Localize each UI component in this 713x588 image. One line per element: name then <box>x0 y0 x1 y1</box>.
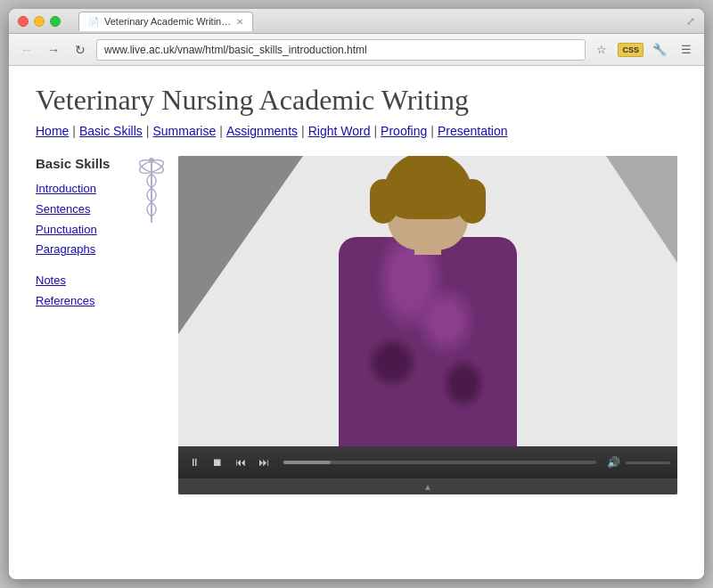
progress-fill <box>283 461 331 464</box>
address-bar[interactable]: www.live.ac.uk/vnaw/html/basic_skills_in… <box>96 39 586 61</box>
expand-bar[interactable]: ▲ <box>178 478 677 494</box>
nav-sep-2: | <box>146 124 150 138</box>
forward-icon: → <box>47 43 60 57</box>
nav-sep-6: | <box>430 124 434 138</box>
bg-shape-left <box>178 156 303 334</box>
address-text: www.live.ac.uk/vnaw/html/basic_skills_in… <box>104 44 367 56</box>
forward-button[interactable]: → <box>43 39 64 61</box>
volume-bar[interactable] <box>626 461 670 464</box>
page-content: Veterinary Nursing Academic Writing Home… <box>9 66 704 579</box>
stop-button[interactable]: ⏹ <box>209 453 226 471</box>
sidebar: Basic Skills Introduction Sentences <box>36 156 178 494</box>
video-background <box>178 156 677 446</box>
video-controls: ⏸ ⏹ ⏮ ⏭ 🔊 <box>178 446 677 478</box>
page-icon: 📄 <box>88 17 99 27</box>
person-neck <box>414 233 441 255</box>
site-title: Veterinary Nursing Academic Writing <box>36 84 677 117</box>
tab-title: Veterinary Academic Writin… <box>104 16 231 27</box>
extensions-icon[interactable]: 🔧 <box>649 39 670 61</box>
maximize-button[interactable] <box>50 16 61 27</box>
css-badge[interactable]: CSS <box>618 43 643 57</box>
tab-bar: 📄 Veterinary Academic Writin… ✕ <box>78 12 686 31</box>
nav-sep-1: | <box>72 124 76 138</box>
sidebar-item-paragraphs[interactable]: Paragraphs <box>36 241 178 259</box>
svg-point-3 <box>149 158 154 163</box>
nav-sep-4: | <box>301 124 305 138</box>
toolbar: ← → ↻ www.live.ac.uk/vnaw/html/basic_ski… <box>9 34 704 66</box>
volume-icon[interactable]: 🔊 <box>607 456 620 469</box>
nav-summarise[interactable]: Summarise <box>152 124 216 138</box>
nav-sep-3: | <box>219 124 223 138</box>
close-button[interactable] <box>18 16 29 27</box>
sidebar-item-notes[interactable]: Notes <box>36 272 178 290</box>
progress-bar[interactable] <box>283 461 596 464</box>
nav-right-word[interactable]: Right Word <box>308 124 371 138</box>
nav-assignments[interactable]: Assignments <box>226 124 298 138</box>
star-icon[interactable]: ☆ <box>591 39 612 61</box>
tab-close-button[interactable]: ✕ <box>236 17 243 27</box>
traffic-lights <box>18 16 61 27</box>
nav-sep-5: | <box>373 124 377 138</box>
window-resize-icon: ⤢ <box>686 15 695 28</box>
caduceus-icon <box>134 156 169 227</box>
person-hair <box>383 156 472 219</box>
sidebar-links-group2: Notes References <box>36 272 178 311</box>
play-pause-button[interactable]: ⏸ <box>185 453 203 471</box>
title-bar: 📄 Veterinary Academic Writin… ✕ ⤢ <box>9 9 704 34</box>
refresh-icon: ↻ <box>75 43 86 57</box>
rewind-button[interactable]: ⏮ <box>232 453 250 471</box>
bg-shape-right <box>606 156 677 263</box>
main-nav: Home | Basic Skills | Summarise | Assign… <box>36 124 677 138</box>
video-player: ⏸ ⏹ ⏮ ⏭ 🔊 ▲ <box>178 156 677 494</box>
fast-forward-button[interactable]: ⏭ <box>255 453 273 471</box>
sidebar-item-references[interactable]: References <box>36 292 178 311</box>
back-button[interactable]: ← <box>16 39 37 61</box>
menu-icon[interactable]: ☰ <box>676 39 697 61</box>
person-body <box>339 237 517 446</box>
toolbar-right: ☆ CSS 🔧 ☰ <box>591 39 697 61</box>
refresh-button[interactable]: ↻ <box>70 39 91 61</box>
nav-proofing[interactable]: Proofing <box>381 124 427 138</box>
nav-home[interactable]: Home <box>36 124 69 138</box>
person-figure <box>303 156 553 446</box>
minimize-button[interactable] <box>34 16 45 27</box>
back-icon: ← <box>20 43 33 57</box>
expand-arrow-icon: ▲ <box>423 482 432 492</box>
active-tab[interactable]: 📄 Veterinary Academic Writin… ✕ <box>78 12 253 31</box>
nav-presentation[interactable]: Presentation <box>438 124 508 138</box>
nav-basic-skills[interactable]: Basic Skills <box>79 124 143 138</box>
video-frame[interactable] <box>178 156 677 446</box>
browser-window: 📄 Veterinary Academic Writin… ✕ ⤢ ← → ↻ … <box>9 9 704 579</box>
content-area: Basic Skills Introduction Sentences <box>36 156 677 494</box>
